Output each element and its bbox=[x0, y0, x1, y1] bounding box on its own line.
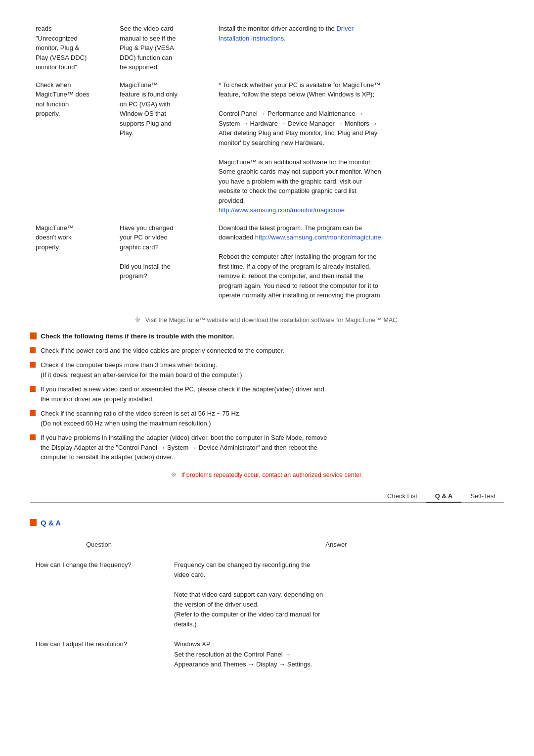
trouble-row: reads "Unrecognized monitor, Plug & Play… bbox=[30, 20, 504, 76]
nav-tab-q-&-a[interactable]: Q & A bbox=[426, 490, 462, 503]
check-bullet bbox=[30, 434, 36, 440]
check-list-item: Check if the power cord and the video ca… bbox=[30, 346, 504, 356]
trouble-solution: Download the latest program. The program… bbox=[213, 219, 504, 304]
qa-section: Q & A Question Answer How can I change t… bbox=[30, 519, 504, 674]
nav-tabs: Check ListQ & ASelf-Test bbox=[30, 490, 504, 503]
check-item-text: Check if the scanning ratio of the video… bbox=[41, 409, 241, 428]
qa-row: How can I change the frequency?Frequency… bbox=[30, 555, 504, 635]
warning-symbol: ※ bbox=[171, 472, 177, 478]
check-list-item: Check if the scanning ratio of the video… bbox=[30, 409, 504, 428]
qa-table: Question Answer How can I change the fre… bbox=[30, 537, 504, 674]
nav-tab-check-list[interactable]: Check List bbox=[378, 490, 426, 503]
trouble-cause: See the video card manual to see if the … bbox=[114, 20, 213, 76]
qa-header-bullet bbox=[30, 519, 37, 526]
qa-question: How can I change the frequency? bbox=[30, 555, 168, 635]
check-list-item: Check if the computer beeps more than 3 … bbox=[30, 360, 504, 379]
check-bullet bbox=[30, 362, 36, 368]
check-header: Check the following items if there is tr… bbox=[30, 332, 504, 340]
trouble-cause: Have you changed your PC or video graphi… bbox=[114, 219, 213, 304]
qa-row: How can I adjust the resolution?Windows … bbox=[30, 634, 504, 674]
trouble-table: reads "Unrecognized monitor, Plug & Play… bbox=[30, 20, 504, 304]
check-item-text: Check if the power cord and the video ca… bbox=[41, 346, 284, 356]
magictune-note: ※ Visit the MagicTune™ website and downl… bbox=[30, 316, 504, 324]
qa-header: Q & A bbox=[30, 519, 504, 527]
check-list-item: If you installed a new video card or ass… bbox=[30, 384, 504, 404]
trouble-solution: * To check whether your PC is available … bbox=[213, 76, 504, 219]
trouble-solution: Install the monitor driver according to … bbox=[213, 20, 504, 76]
qa-answer: Frequency can be changed by reconfigurin… bbox=[168, 555, 504, 635]
trouble-row: MagicTune™ doesn't work properly.Have yo… bbox=[30, 219, 504, 304]
nav-tab-self-test[interactable]: Self-Test bbox=[461, 490, 504, 503]
trouble-cause: MagicTune™ feature is found only on PC (… bbox=[114, 76, 213, 219]
note-symbol: ※ bbox=[135, 317, 140, 324]
qa-col-answer: Answer bbox=[168, 537, 504, 555]
check-bullet bbox=[30, 347, 36, 353]
check-section: Check the following items if there is tr… bbox=[30, 332, 504, 462]
qa-section-title: Q & A bbox=[41, 519, 61, 527]
trouble-row: Check when MagicTune™ does not function … bbox=[30, 76, 504, 219]
check-header-bullet bbox=[30, 332, 37, 339]
qa-col-question: Question bbox=[30, 537, 168, 555]
check-item-text: Check if the computer beeps more than 3 … bbox=[41, 360, 242, 379]
check-item-text: If you have problems in installing the a… bbox=[41, 433, 327, 462]
check-bullet bbox=[30, 386, 36, 392]
trouble-symptom: reads "Unrecognized monitor, Plug & Play… bbox=[30, 20, 114, 76]
check-bullet bbox=[30, 410, 36, 416]
qa-question: How can I adjust the resolution? bbox=[30, 634, 168, 674]
check-list-item: If you have problems in installing the a… bbox=[30, 433, 504, 462]
check-item-text: If you installed a new video card or ass… bbox=[41, 384, 324, 404]
trouble-symptom: MagicTune™ doesn't work properly. bbox=[30, 219, 114, 304]
warning-line: ※ If problems repeatedly occur, contact … bbox=[30, 471, 504, 478]
trouble-symptom: Check when MagicTune™ does not function … bbox=[30, 76, 114, 219]
qa-answer: Windows XP : Set the resolution at the C… bbox=[168, 634, 504, 674]
check-list: Check if the power cord and the video ca… bbox=[30, 346, 504, 462]
